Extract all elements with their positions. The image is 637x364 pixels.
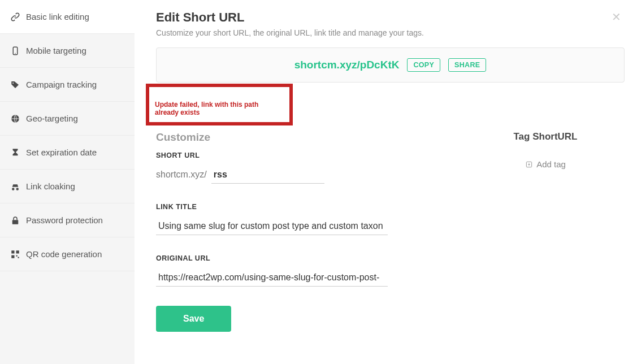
- sidebar-item-label: Basic link editing: [26, 12, 89, 21]
- tag-heading: Tag ShortURL: [466, 131, 625, 142]
- sidebar-item-label: Password protection: [26, 215, 103, 225]
- lock-icon: [10, 215, 26, 226]
- globe-icon: [10, 114, 26, 124]
- close-icon[interactable]: ✕: [612, 10, 621, 24]
- mobile-icon: [10, 46, 26, 56]
- svg-rect-8: [16, 255, 18, 256]
- sidebar-item-mobile-targeting[interactable]: Mobile targeting: [0, 34, 135, 68]
- svg-rect-5: [11, 250, 14, 253]
- original-url-label: ORIGINAL URL: [156, 254, 432, 262]
- svg-rect-4: [12, 220, 19, 224]
- sidebar-item-campaign-tracking[interactable]: Campaign tracking: [0, 68, 135, 102]
- page-title: Edit Short URL: [156, 10, 625, 25]
- svg-rect-6: [16, 250, 19, 253]
- incognito-icon: [10, 181, 26, 192]
- svg-rect-9: [18, 257, 19, 258]
- error-callout: Update failed, link with this path alrea…: [146, 84, 293, 125]
- sidebar-item-label: QR code generation: [26, 249, 102, 259]
- save-button[interactable]: Save: [156, 306, 231, 332]
- slug-input[interactable]: [211, 166, 324, 184]
- share-button[interactable]: SHARE: [448, 58, 486, 72]
- add-tag-label: Add tag: [536, 159, 566, 169]
- error-message: Update failed, link with this path alrea…: [155, 101, 284, 116]
- link-title-label: LINK TITLE: [156, 203, 432, 211]
- sidebar-item-geo-targeting[interactable]: Geo-targeting: [0, 102, 135, 136]
- sidebar-item-qr-code-generation[interactable]: QR code generation: [0, 237, 135, 271]
- customize-heading: Customize: [156, 131, 432, 144]
- tag-icon: [10, 80, 26, 90]
- customize-column: Customize SHORT URL shortcm.xyz/ LINK TI…: [156, 131, 432, 332]
- svg-point-2: [12, 83, 14, 84]
- add-tag-button[interactable]: Add tag: [466, 159, 625, 169]
- short-url-label: SHORT URL: [156, 151, 432, 159]
- svg-rect-7: [11, 255, 14, 258]
- link-title-input[interactable]: [156, 218, 388, 235]
- svg-point-1: [15, 53, 16, 54]
- link-icon: [10, 12, 26, 22]
- original-url-input[interactable]: [156, 269, 388, 287]
- sidebar-item-label: Set expiration date: [26, 148, 97, 157]
- sidebar-item-label: Mobile targeting: [26, 46, 86, 55]
- sidebar-item-label: Campaign tracking: [26, 80, 97, 89]
- copy-button[interactable]: COPY: [407, 58, 440, 72]
- short-url-text: shortcm.xyz/pDcKtK: [294, 59, 400, 71]
- main-panel: ✕ Edit Short URL Customize your short UR…: [135, 0, 637, 364]
- sidebar-item-link-cloaking[interactable]: Link cloaking: [0, 170, 135, 203]
- domain-prefix: shortcm.xyz/: [156, 170, 207, 180]
- sidebar-item-label: Link cloaking: [26, 181, 75, 191]
- sidebar-item-label: Geo-targeting: [26, 114, 78, 123]
- qr-icon: [10, 249, 26, 259]
- sidebar-item-password-protection[interactable]: Password protection: [0, 203, 135, 237]
- hourglass-icon: [10, 148, 26, 158]
- short-url-display-box: shortcm.xyz/pDcKtK COPY SHARE: [156, 47, 625, 83]
- sidebar: Basic link editing Mobile targeting Camp…: [0, 0, 135, 364]
- plus-square-icon: [525, 161, 533, 168]
- sidebar-item-set-expiration-date[interactable]: Set expiration date: [0, 136, 135, 170]
- sidebar-item-basic-link-editing[interactable]: Basic link editing: [0, 0, 135, 34]
- page-subtitle: Customize your short URL, the original U…: [156, 28, 625, 37]
- tag-column: Tag ShortURL Add tag: [466, 131, 625, 332]
